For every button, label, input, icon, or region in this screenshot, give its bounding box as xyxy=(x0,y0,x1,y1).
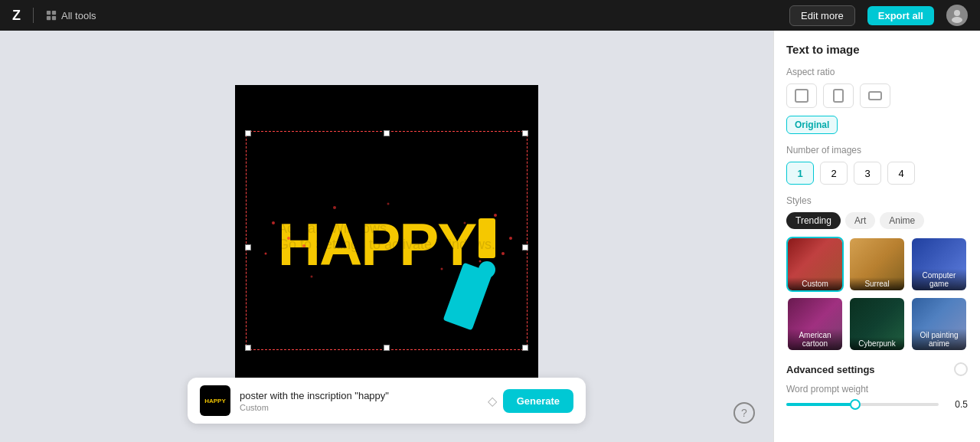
happy-text: HAPPY xyxy=(278,214,476,274)
styles-label: Styles xyxy=(786,195,968,206)
word-prompt-weight-label: Word prompt weight xyxy=(786,384,968,395)
num-3-button[interactable]: 3 xyxy=(854,162,881,185)
handle-top-left[interactable] xyxy=(245,130,251,136)
prompt-actions: ◇ Generate xyxy=(488,389,573,413)
style-oil-label: Oil painting anime xyxy=(912,329,966,350)
slider-row: 0.5 xyxy=(786,399,968,410)
edit-more-button[interactable]: Edit more xyxy=(789,5,855,26)
slider-track[interactable] xyxy=(786,403,939,406)
style-custom-label: Custom xyxy=(788,277,842,290)
style-grid: Custom Surreal Computer game American ca… xyxy=(786,237,968,352)
prompt-main-text: poster with the inscription "happy" xyxy=(240,390,479,401)
help-icon[interactable]: ? xyxy=(733,402,755,424)
style-american-cartoon[interactable]: American cartoon xyxy=(786,296,844,352)
style-tab-trending[interactable]: Trending xyxy=(786,212,841,229)
svg-rect-1 xyxy=(52,11,56,15)
logo[interactable]: Z xyxy=(12,8,21,24)
aspect-ratio-row xyxy=(786,83,968,108)
svg-point-8 xyxy=(265,252,267,254)
diamond-icon[interactable]: ◇ xyxy=(488,394,497,408)
style-surreal-label: Surreal xyxy=(850,277,904,290)
style-custom[interactable]: Custom xyxy=(786,237,844,292)
num-images-row: 1 2 3 4 xyxy=(786,162,968,185)
style-computer-game[interactable]: Computer game xyxy=(910,237,968,292)
style-surreal[interactable]: Surreal xyxy=(848,237,906,292)
aspect-portrait-button[interactable] xyxy=(823,83,854,108)
portrait-icon xyxy=(831,89,845,103)
num-images-label: Number of images xyxy=(786,145,968,156)
handle-bottom-middle[interactable] xyxy=(384,345,390,351)
style-computer-label: Computer game xyxy=(912,269,966,290)
svg-rect-2 xyxy=(47,16,51,20)
svg-point-4 xyxy=(954,10,960,16)
nav-divider xyxy=(33,8,34,23)
num-1-button[interactable]: 1 xyxy=(786,162,814,185)
avatar[interactable] xyxy=(946,5,968,26)
all-tools-button[interactable]: All tools xyxy=(46,10,96,21)
svg-point-13 xyxy=(501,252,505,255)
svg-point-16 xyxy=(387,202,390,205)
styles-tabs: Trending Art Anime xyxy=(786,212,968,229)
svg-point-11 xyxy=(509,237,512,240)
svg-rect-3 xyxy=(52,16,56,20)
all-tools-label: All tools xyxy=(61,10,96,21)
landscape-icon xyxy=(868,89,882,103)
avatar-icon xyxy=(949,8,965,23)
svg-rect-0 xyxy=(47,11,51,15)
style-tab-anime[interactable]: Anime xyxy=(880,212,924,229)
canvas-area: HAPPY xyxy=(0,31,773,442)
main-area: HAPPY xyxy=(0,31,980,442)
handle-middle-left[interactable] xyxy=(245,244,251,250)
prompt-content: poster with the inscription "happy" Cust… xyxy=(240,390,479,412)
right-panel: Text to image Aspect ratio Original N xyxy=(773,31,980,442)
square-icon xyxy=(795,89,808,103)
advanced-settings-label: Advanced settings xyxy=(786,364,875,375)
svg-rect-20 xyxy=(834,90,843,102)
generate-button[interactable]: Generate xyxy=(503,389,573,413)
canvas-wrapper[interactable]: HAPPY xyxy=(235,85,538,388)
style-american-label: American cartoon xyxy=(788,329,842,350)
svg-point-17 xyxy=(333,206,336,209)
svg-point-6 xyxy=(272,221,275,224)
prompt-bar: HAPPY poster with the inscription "happy… xyxy=(188,378,586,424)
aspect-original-button[interactable]: Original xyxy=(786,116,838,134)
aspect-landscape-button[interactable] xyxy=(860,83,890,108)
advanced-settings-row: Advanced settings xyxy=(786,362,968,376)
handle-middle-right[interactable] xyxy=(522,244,528,250)
canvas-image: HAPPY xyxy=(235,85,538,388)
slider-value: 0.5 xyxy=(945,399,968,410)
top-navigation: Z All tools Edit more Export all xyxy=(0,0,980,31)
handle-bottom-right[interactable] xyxy=(522,345,528,351)
style-cyberpunk[interactable]: Cyberpunk xyxy=(848,296,906,352)
num-2-button[interactable]: 2 xyxy=(820,162,848,185)
panel-title: Text to image xyxy=(786,43,968,56)
prompt-thumbnail: HAPPY xyxy=(200,385,230,416)
style-tab-art[interactable]: Art xyxy=(845,212,875,229)
tools-icon xyxy=(46,10,57,21)
aspect-ratio-label: Aspect ratio xyxy=(786,67,968,77)
handle-bottom-left[interactable] xyxy=(245,345,251,351)
handle-top-middle[interactable] xyxy=(384,130,390,136)
svg-point-5 xyxy=(952,17,962,23)
style-oil-painting[interactable]: Oil painting anime xyxy=(910,296,968,352)
prompt-thumbnail-text: HAPPY xyxy=(204,398,226,404)
slider-thumb[interactable] xyxy=(850,399,861,410)
aspect-square-button[interactable] xyxy=(786,83,817,108)
style-cyberpunk-label: Cyberpunk xyxy=(850,337,904,350)
num-4-button[interactable]: 4 xyxy=(887,162,915,185)
svg-rect-21 xyxy=(869,92,881,100)
advanced-settings-toggle[interactable] xyxy=(954,362,968,376)
handle-top-right[interactable] xyxy=(522,130,528,136)
slider-fill xyxy=(786,403,855,406)
prompt-style-text: Custom xyxy=(240,403,479,412)
export-all-button[interactable]: Export all xyxy=(867,6,934,25)
svg-rect-19 xyxy=(795,90,808,102)
